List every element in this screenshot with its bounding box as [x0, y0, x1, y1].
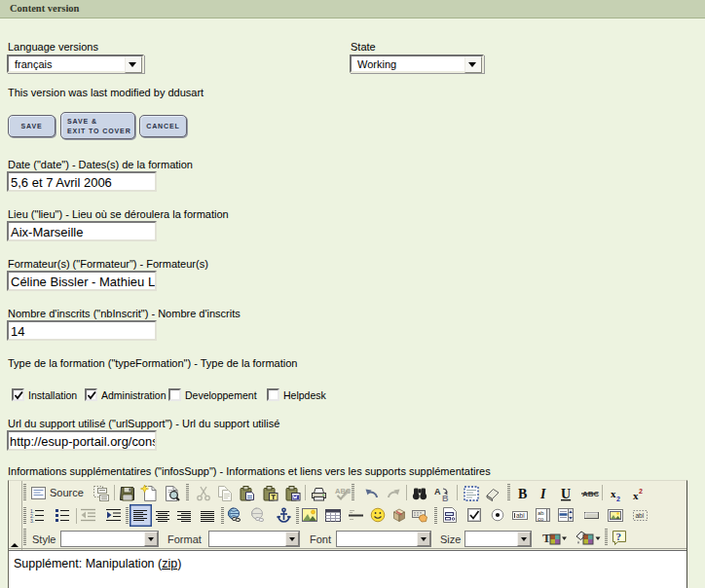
svg-text:3.: 3.	[30, 518, 34, 524]
svg-text:Source: Source	[50, 487, 84, 498]
svg-text:co: co	[538, 516, 544, 522]
svg-text:2: 2	[639, 488, 643, 495]
svg-text:abl: abl	[636, 512, 645, 519]
svg-text:U: U	[561, 487, 571, 501]
svg-text:A: A	[434, 487, 441, 496]
svg-text:B: B	[442, 494, 449, 503]
svg-text:?: ?	[616, 531, 622, 542]
svg-text:2: 2	[616, 496, 620, 502]
svg-text:I: I	[539, 487, 546, 501]
svg-text:B: B	[518, 487, 527, 501]
svg-text:abl: abl	[516, 512, 525, 519]
